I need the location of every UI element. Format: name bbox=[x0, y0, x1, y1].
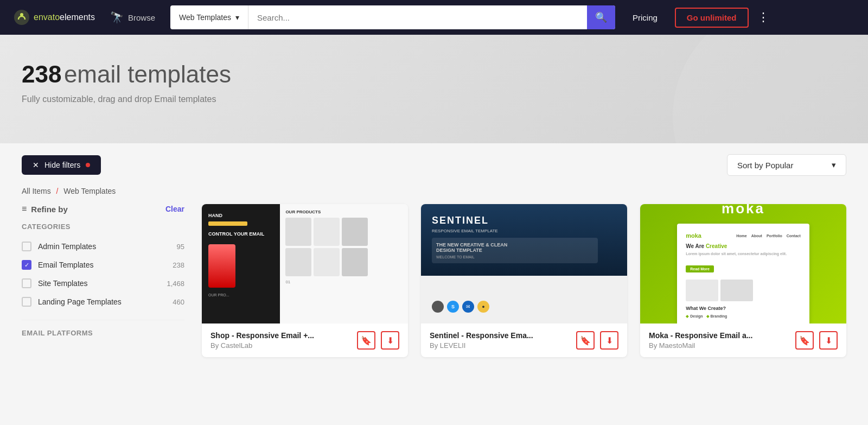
download-icon: ⬇ bbox=[606, 335, 613, 346]
product-title: Sentinel - Responsive Ema... bbox=[430, 331, 570, 340]
more-options-button[interactable]: ⋮ bbox=[757, 11, 769, 23]
sidebar-divider bbox=[22, 320, 184, 320]
product-author: By MaestoMail bbox=[649, 341, 789, 350]
clear-filters-link[interactable]: Clear bbox=[165, 205, 184, 213]
bookmark-button[interactable]: 🔖 bbox=[357, 331, 375, 350]
hero-subtitle: Fully customizable, drag and drop Email … bbox=[22, 94, 846, 104]
product-title: Moka - Responsive Email a... bbox=[649, 331, 789, 340]
download-icon: ⬇ bbox=[387, 335, 394, 346]
breadcrumb-current: Web Templates bbox=[63, 187, 116, 195]
browse-button[interactable]: 🔭 Browse bbox=[104, 11, 162, 24]
search-input[interactable] bbox=[248, 5, 587, 29]
hero-count: 238 bbox=[22, 61, 61, 87]
bookmark-icon: 🔖 bbox=[361, 335, 372, 346]
category-landing-page-templates[interactable]: Landing Page Templates 460 bbox=[22, 293, 184, 311]
sidebar: ≡ Refine by Clear Categories Admin Templ… bbox=[22, 204, 184, 357]
product-actions: 🔖 ⬇ bbox=[576, 331, 618, 350]
product-card-sentinel: SENTINEL RESPONSIVE EMAIL TEMPLATE THE N… bbox=[421, 204, 627, 357]
breadcrumb-separator: / bbox=[56, 187, 59, 195]
category-site-templates[interactable]: Site Templates 1,468 bbox=[22, 274, 184, 293]
product-grid: HAND CONTROL YOUR EMAIL OUR PRO... OUR P… bbox=[202, 204, 846, 357]
logo-text: envatoelements bbox=[34, 12, 95, 22]
product-author: By LEVELII bbox=[430, 341, 570, 350]
search-category-button[interactable]: Web Templates ▾ bbox=[170, 5, 248, 29]
product-thumb-sentinel: SENTINEL RESPONSIVE EMAIL TEMPLATE THE N… bbox=[421, 204, 627, 323]
bookmark-icon: 🔖 bbox=[580, 335, 591, 346]
product-title: Shop - Responsive Email +... bbox=[210, 331, 350, 340]
product-card-shop: HAND CONTROL YOUR EMAIL OUR PRO... OUR P… bbox=[202, 204, 408, 357]
hero-section: 238 email templates Fully customizable, … bbox=[0, 35, 868, 143]
download-button[interactable]: ⬇ bbox=[819, 331, 838, 350]
product-thumb-moka: moka moka Home About Portfolio Contact bbox=[640, 204, 846, 323]
category-email-templates[interactable]: ✓ Email Templates 238 bbox=[22, 256, 184, 274]
category-admin-templates[interactable]: Admin Templates 95 bbox=[22, 237, 184, 256]
email-platforms-label: Email Platforms bbox=[22, 329, 184, 337]
chevron-down-icon: ▾ bbox=[832, 160, 836, 170]
landing-page-checkbox[interactable] bbox=[22, 297, 31, 307]
sort-dropdown[interactable]: Sort by Popular ▾ bbox=[727, 154, 846, 176]
hide-filters-button[interactable]: ✕ Hide filters bbox=[22, 155, 101, 175]
email-templates-checkbox[interactable]: ✓ bbox=[22, 260, 31, 270]
filter-active-dot bbox=[86, 163, 90, 167]
main-layout: ≡ Refine by Clear Categories Admin Templ… bbox=[0, 204, 868, 379]
categories-label: Categories bbox=[22, 223, 184, 231]
product-author: By CastelLab bbox=[210, 341, 350, 350]
filter-icon: ≡ bbox=[22, 204, 27, 214]
product-card-moka: moka moka Home About Portfolio Contact bbox=[640, 204, 846, 357]
svg-point-1 bbox=[20, 13, 23, 16]
navbar: envatoelements 🔭 Browse Web Templates ▾ … bbox=[0, 0, 868, 35]
breadcrumb-all-items[interactable]: All Items bbox=[22, 187, 51, 195]
toolbar: ✕ Hide filters Sort by Popular ▾ bbox=[0, 143, 868, 187]
chevron-down-icon: ▾ bbox=[235, 13, 239, 22]
go-unlimited-button[interactable]: Go unlimited bbox=[675, 8, 749, 28]
product-info-sentinel: Sentinel - Responsive Ema... By LEVELII … bbox=[421, 323, 627, 357]
bookmark-icon: 🔖 bbox=[799, 335, 810, 346]
product-info-moka: Moka - Responsive Email a... By MaestoMa… bbox=[640, 323, 846, 357]
download-button[interactable]: ⬇ bbox=[600, 331, 618, 350]
hero-label: email templates bbox=[64, 61, 231, 87]
refine-title: ≡ Refine by bbox=[22, 204, 68, 214]
download-button[interactable]: ⬇ bbox=[381, 331, 399, 350]
search-container: Web Templates ▾ 🔍 bbox=[170, 5, 615, 29]
search-icon: 🔍 bbox=[595, 11, 607, 23]
product-thumb-shop: HAND CONTROL YOUR EMAIL OUR PRO... OUR P… bbox=[202, 204, 408, 323]
close-icon: ✕ bbox=[33, 161, 39, 169]
refine-header: ≡ Refine by Clear bbox=[22, 204, 184, 214]
pricing-link[interactable]: Pricing bbox=[624, 13, 666, 22]
admin-templates-checkbox[interactable] bbox=[22, 242, 31, 251]
bookmark-button[interactable]: 🔖 bbox=[795, 331, 814, 350]
site-templates-checkbox[interactable] bbox=[22, 278, 31, 288]
download-icon: ⬇ bbox=[825, 335, 832, 346]
product-actions: 🔖 ⬇ bbox=[357, 331, 399, 350]
product-info-shop: Shop - Responsive Email +... By CastelLa… bbox=[202, 323, 408, 357]
product-actions: 🔖 ⬇ bbox=[795, 331, 838, 350]
search-submit-button[interactable]: 🔍 bbox=[587, 5, 615, 29]
breadcrumb: All Items / Web Templates bbox=[0, 187, 868, 204]
svg-point-0 bbox=[14, 10, 29, 25]
logo[interactable]: envatoelements bbox=[13, 9, 95, 26]
browse-icon: 🔭 bbox=[110, 11, 124, 24]
bookmark-button[interactable]: 🔖 bbox=[576, 331, 595, 350]
